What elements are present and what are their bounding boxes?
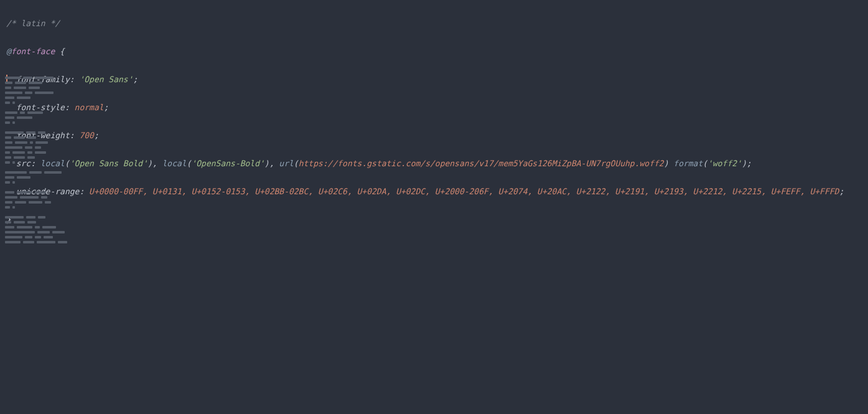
minimap-panel[interactable]: [5, 77, 92, 246]
minimap-segment: [5, 191, 14, 194]
minimap-segment: [26, 216, 35, 219]
minimap-row: [5, 141, 92, 144]
minimap-segment: [5, 221, 11, 223]
minimap-row: [5, 116, 92, 119]
minimap-segment: [5, 196, 17, 199]
punct-token: ): [147, 159, 152, 168]
code-line[interactable]: font-style: normal;: [0, 103, 868, 112]
minimap-row: [5, 121, 92, 124]
minimap-segment: [15, 82, 26, 84]
minimap-segment: [30, 141, 33, 144]
punct-token: ): [742, 159, 747, 168]
comment-token: /* latin */: [6, 19, 60, 28]
minimap-segment: [17, 176, 30, 179]
punct-token: ): [664, 159, 674, 168]
minimap-segment: [27, 221, 36, 223]
minimap-segment: [35, 151, 46, 154]
minimap-row: [5, 196, 92, 199]
url-token: https://fonts.gstatic.com/s/opensans/v17…: [299, 159, 664, 168]
minimap-segment: [38, 131, 45, 134]
minimap-segment: [5, 216, 24, 219]
code-line[interactable]: font-family: 'Open Sans';: [0, 75, 868, 84]
minimap-segment: [5, 171, 27, 174]
keyword-token: font-face: [11, 47, 55, 56]
minimap-row: [5, 201, 92, 204]
punct-token: ,: [269, 159, 279, 168]
code-line[interactable]: @font-face {: [0, 47, 868, 56]
minimap-segment: [12, 206, 15, 209]
minimap-segment: [35, 77, 54, 79]
minimap-segment: [5, 161, 10, 164]
minimap-row: [5, 181, 92, 184]
code-line[interactable]: font-weight: 700;: [0, 131, 868, 140]
minimap-segment: [20, 111, 25, 114]
minimap-segment: [5, 151, 10, 154]
minimap-segment: [45, 201, 51, 204]
minimap-segment: [14, 156, 25, 159]
minimap-row: [5, 206, 92, 209]
minimap-segment: [42, 226, 56, 228]
minimap-segment: [14, 87, 26, 89]
code-line[interactable]: unicode-range: U+0000-00FF, U+0131, U+01…: [0, 187, 868, 196]
minimap-segment: [20, 196, 39, 199]
minimap-row: [5, 111, 92, 114]
minimap-segment: [23, 77, 32, 79]
minimap-row: [5, 176, 92, 179]
minimap-segment: [35, 191, 46, 194]
minimap-row: [5, 226, 92, 228]
minimap-row: [5, 92, 92, 94]
minimap-row: [5, 151, 92, 154]
minimap-segment: [27, 151, 32, 154]
minimap-segment: [17, 226, 32, 228]
minimap-row: [5, 216, 92, 219]
minimap-row: [5, 191, 92, 194]
minimap-row: [5, 77, 92, 79]
minimap-segment: [25, 146, 32, 149]
minimap-segment: [44, 171, 62, 174]
code-line[interactable]: }: [0, 215, 868, 224]
minimap-segment: [14, 221, 25, 223]
punct-token: (: [294, 159, 299, 168]
brace-token: {: [55, 47, 65, 56]
minimap-row: [5, 101, 92, 104]
code-line[interactable]: src: local('Open Sans Bold'), local('Ope…: [0, 159, 868, 168]
minimap-segment: [29, 201, 42, 204]
minimap-segment: [15, 141, 27, 144]
punct-token: ,: [152, 159, 162, 168]
minimap-segment: [25, 92, 32, 94]
minimap-segment: [41, 196, 47, 199]
punct-token: ;: [94, 131, 99, 140]
code-editor[interactable]: /* latin */ @font-face { font-family: 'O…: [0, 0, 868, 271]
function-token: format: [673, 159, 702, 168]
code-line[interactable]: /* latin */: [0, 19, 868, 28]
minimap-segment: [26, 131, 35, 134]
minimap-segment: [5, 181, 10, 184]
minimap-segment: [52, 231, 65, 233]
minimap-segment: [5, 231, 35, 233]
minimap-row: [5, 236, 92, 238]
string-token: 'OpenSans-Bold': [191, 159, 264, 168]
minimap-segment: [12, 161, 15, 164]
minimap-segment: [5, 101, 10, 104]
minimap-row: [5, 156, 92, 159]
minimap-segment: [5, 121, 10, 124]
minimap-row: [5, 221, 92, 223]
minimap-segment: [12, 121, 15, 124]
function-token: url: [279, 159, 293, 168]
minimap-row: [5, 87, 92, 89]
minimap-segment: [27, 156, 35, 159]
minimap-segment: [12, 151, 25, 154]
minimap-segment: [35, 146, 41, 149]
minimap-segment: [27, 111, 43, 114]
minimap-segment: [5, 92, 22, 94]
punct-token: ;: [104, 103, 109, 112]
minimap-segment: [5, 236, 22, 238]
minimap-segment: [5, 206, 10, 209]
minimap-segment: [5, 141, 12, 144]
minimap-segment: [35, 236, 41, 238]
punct-token: ;: [133, 75, 138, 84]
minimap-row: [5, 136, 92, 139]
minimap-segment: [15, 201, 26, 204]
minimap-segment: [5, 201, 12, 204]
minimap-segment: [5, 77, 21, 79]
